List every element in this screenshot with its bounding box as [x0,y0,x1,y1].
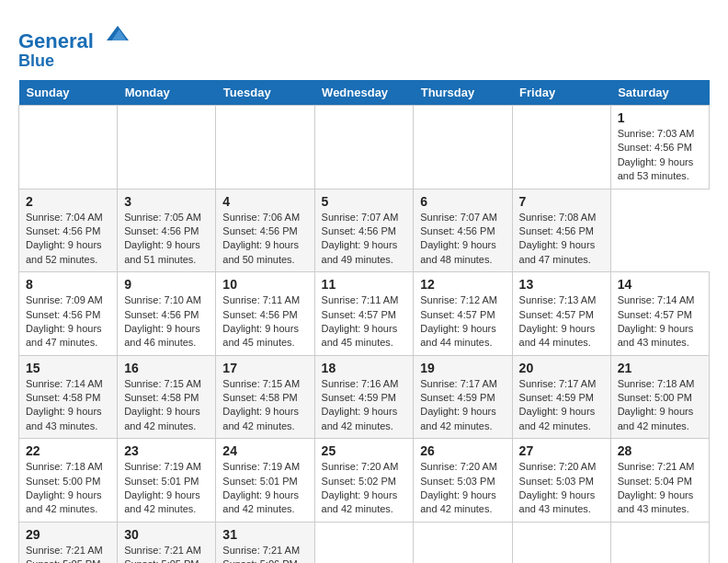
calendar-day-cell: 29Sunrise: 7:21 AMSunset: 5:05 PMDayligh… [19,522,118,563]
day-number: 26 [420,443,505,458]
day-number: 6 [420,194,505,209]
calendar-week-row: 2Sunrise: 7:04 AMSunset: 4:56 PMDaylight… [19,189,710,272]
day-info: Sunrise: 7:11 AMSunset: 4:57 PMDaylight:… [322,293,407,350]
calendar-day-cell: 20Sunrise: 7:17 AMSunset: 4:59 PMDayligh… [512,355,610,439]
day-info: Sunrise: 7:03 AMSunset: 4:56 PMDaylight:… [618,127,702,184]
calendar-week-row: 29Sunrise: 7:21 AMSunset: 5:05 PMDayligh… [19,522,710,563]
calendar-day-cell: 27Sunrise: 7:20 AMSunset: 5:03 PMDayligh… [512,439,610,523]
calendar-day-cell: 12Sunrise: 7:12 AMSunset: 4:57 PMDayligh… [414,272,512,356]
day-info: Sunrise: 7:17 AMSunset: 4:59 PMDaylight:… [420,377,505,434]
day-number: 7 [519,194,604,209]
calendar-day-cell: 3Sunrise: 7:05 AMSunset: 4:56 PMDaylight… [118,189,216,272]
calendar-week-row: 8Sunrise: 7:09 AMSunset: 4:56 PMDaylight… [19,272,710,356]
day-number: 14 [618,277,702,292]
day-info: Sunrise: 7:15 AMSunset: 4:58 PMDaylight:… [222,377,307,434]
day-number: 28 [618,443,702,458]
day-info: Sunrise: 7:09 AMSunset: 4:56 PMDaylight:… [26,293,110,350]
day-number: 2 [26,194,110,209]
empty-cell [414,522,512,563]
calendar-day-cell: 16Sunrise: 7:15 AMSunset: 4:58 PMDayligh… [118,355,216,439]
day-info: Sunrise: 7:14 AMSunset: 4:58 PMDaylight:… [26,377,110,434]
logo-icon [103,18,132,48]
day-info: Sunrise: 7:07 AMSunset: 4:56 PMDaylight:… [322,211,407,268]
calendar-day-cell: 10Sunrise: 7:11 AMSunset: 4:56 PMDayligh… [216,272,314,356]
calendar-week-row: 15Sunrise: 7:14 AMSunset: 4:58 PMDayligh… [19,355,710,439]
empty-cell [314,522,414,563]
calendar-day-cell: 7Sunrise: 7:08 AMSunset: 4:56 PMDaylight… [512,189,610,272]
day-info: Sunrise: 7:20 AMSunset: 5:03 PMDaylight:… [420,460,505,517]
weekday-header-thursday: Thursday [414,80,512,106]
day-info: Sunrise: 7:06 AMSunset: 4:56 PMDaylight:… [222,211,307,268]
day-info: Sunrise: 7:04 AMSunset: 4:56 PMDaylight:… [26,211,110,268]
day-number: 10 [222,277,307,292]
day-info: Sunrise: 7:07 AMSunset: 4:56 PMDaylight:… [420,211,505,268]
day-info: Sunrise: 7:05 AMSunset: 4:56 PMDaylight:… [124,211,209,268]
day-info: Sunrise: 7:19 AMSunset: 5:01 PMDaylight:… [124,460,209,517]
calendar-day-cell: 24Sunrise: 7:19 AMSunset: 5:01 PMDayligh… [216,439,314,523]
day-number: 1 [618,110,702,125]
day-info: Sunrise: 7:15 AMSunset: 4:58 PMDaylight:… [124,377,209,434]
day-number: 8 [26,277,110,292]
weekday-header-saturday: Saturday [610,80,709,106]
day-number: 31 [222,527,307,542]
day-info: Sunrise: 7:21 AMSunset: 5:06 PMDaylight:… [222,544,307,563]
weekday-header-friday: Friday [512,80,610,106]
logo: General Blue [18,18,132,71]
day-number: 4 [222,194,307,209]
calendar-week-row: 22Sunrise: 7:18 AMSunset: 5:00 PMDayligh… [19,439,710,523]
day-info: Sunrise: 7:14 AMSunset: 4:57 PMDaylight:… [618,293,702,350]
day-info: Sunrise: 7:19 AMSunset: 5:01 PMDaylight:… [222,460,307,517]
day-info: Sunrise: 7:20 AMSunset: 5:03 PMDaylight:… [519,460,604,517]
calendar-day-cell: 1Sunrise: 7:03 AMSunset: 4:56 PMDaylight… [610,105,709,189]
day-info: Sunrise: 7:20 AMSunset: 5:02 PMDaylight:… [322,460,407,517]
day-info: Sunrise: 7:18 AMSunset: 5:00 PMDaylight:… [618,377,702,434]
day-number: 13 [519,277,604,292]
page-header: General Blue [18,18,710,71]
day-info: Sunrise: 7:16 AMSunset: 4:59 PMDaylight:… [322,377,407,434]
weekday-header-monday: Monday [118,80,216,106]
calendar-day-cell: 18Sunrise: 7:16 AMSunset: 4:59 PMDayligh… [314,355,414,439]
calendar-day-cell: 8Sunrise: 7:09 AMSunset: 4:56 PMDaylight… [19,272,118,356]
weekday-header-tuesday: Tuesday [216,80,314,106]
day-number: 18 [322,361,407,375]
empty-cell [19,105,118,189]
day-info: Sunrise: 7:17 AMSunset: 4:59 PMDaylight:… [519,377,604,434]
day-info: Sunrise: 7:10 AMSunset: 4:56 PMDaylight:… [124,293,209,350]
day-number: 11 [322,277,407,292]
empty-cell [512,522,610,563]
empty-cell [610,522,709,563]
logo-text: General [18,18,132,52]
day-info: Sunrise: 7:13 AMSunset: 4:57 PMDaylight:… [519,293,604,350]
calendar-day-cell: 9Sunrise: 7:10 AMSunset: 4:56 PMDaylight… [118,272,216,356]
day-number: 20 [519,361,604,375]
day-number: 22 [26,443,110,458]
logo-blue: Blue [18,52,132,71]
day-info: Sunrise: 7:12 AMSunset: 4:57 PMDaylight:… [420,293,505,350]
weekday-header-sunday: Sunday [19,80,118,106]
logo-general: General [18,29,94,52]
day-info: Sunrise: 7:18 AMSunset: 5:00 PMDaylight:… [26,460,110,517]
day-number: 30 [124,527,209,542]
day-info: Sunrise: 7:11 AMSunset: 4:56 PMDaylight:… [222,293,307,350]
day-number: 12 [420,277,505,292]
day-number: 23 [124,443,209,458]
calendar-day-cell: 21Sunrise: 7:18 AMSunset: 5:00 PMDayligh… [610,355,709,439]
calendar-day-cell: 5Sunrise: 7:07 AMSunset: 4:56 PMDaylight… [314,189,414,272]
calendar-day-cell: 13Sunrise: 7:13 AMSunset: 4:57 PMDayligh… [512,272,610,356]
day-number: 24 [222,443,307,458]
day-number: 27 [519,443,604,458]
day-number: 9 [124,277,209,292]
weekday-header-row: SundayMondayTuesdayWednesdayThursdayFrid… [19,80,710,106]
calendar-day-cell: 28Sunrise: 7:21 AMSunset: 5:04 PMDayligh… [610,439,709,523]
day-number: 21 [618,361,702,375]
calendar-day-cell: 30Sunrise: 7:21 AMSunset: 5:05 PMDayligh… [118,522,216,563]
calendar-day-cell: 11Sunrise: 7:11 AMSunset: 4:57 PMDayligh… [314,272,414,356]
day-number: 29 [26,527,110,542]
day-number: 25 [322,443,407,458]
calendar-day-cell: 23Sunrise: 7:19 AMSunset: 5:01 PMDayligh… [118,439,216,523]
calendar-day-cell: 22Sunrise: 7:18 AMSunset: 5:00 PMDayligh… [19,439,118,523]
empty-cell [314,105,414,189]
day-info: Sunrise: 7:08 AMSunset: 4:56 PMDaylight:… [519,211,604,268]
empty-cell [414,105,512,189]
calendar-week-row: 1Sunrise: 7:03 AMSunset: 4:56 PMDaylight… [19,105,710,189]
